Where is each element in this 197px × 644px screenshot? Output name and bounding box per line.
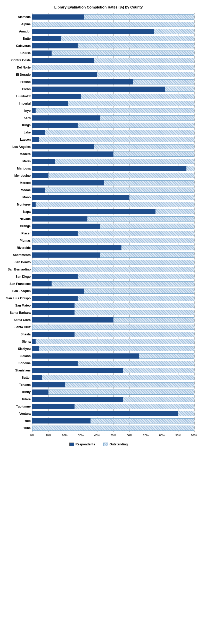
bar-track (32, 115, 194, 121)
bar-row (32, 410, 194, 417)
county-label: Sierra (22, 338, 32, 345)
county-label: Orange (20, 223, 32, 230)
bar-row (32, 13, 194, 21)
bar-row (32, 324, 194, 331)
bar-row (32, 259, 194, 266)
bar-respondents (32, 332, 75, 337)
bar-respondents (32, 50, 52, 56)
bar-respondents (32, 216, 87, 222)
bar-row (32, 425, 194, 432)
x-axis-label: 30% (78, 434, 84, 437)
bar-track (32, 130, 194, 135)
bar-respondents (32, 361, 78, 366)
bar-row (32, 71, 194, 78)
x-axis-label: 0% (30, 434, 34, 437)
chart-body: AlamedaAlpineAmadorButteCalaverasColusaC… (3, 13, 194, 432)
bar-respondents (32, 151, 113, 157)
bar-outstanding (32, 137, 194, 142)
bar-respondents (32, 188, 45, 193)
county-label: Trinity (21, 388, 32, 396)
bar-track (32, 389, 194, 395)
bar-respondents (32, 389, 48, 395)
county-label: Riverside (17, 244, 32, 251)
bar-row (32, 338, 194, 345)
bar-respondents (32, 303, 75, 308)
bar-track (32, 346, 194, 351)
bar-track (32, 426, 194, 431)
bar-row (32, 417, 194, 425)
bar-track (32, 188, 194, 193)
bar-row (32, 237, 194, 244)
bar-row (32, 251, 194, 259)
legend: Respondents Outstanding (3, 443, 194, 446)
x-axis-label: 40% (94, 434, 100, 437)
bar-track (32, 65, 194, 70)
bar-respondents (32, 368, 123, 373)
bar-outstanding (32, 426, 194, 431)
county-label: Kings (22, 122, 32, 129)
bar-row (32, 403, 194, 410)
bar-respondents (32, 14, 84, 20)
bar-respondents (32, 353, 139, 359)
bar-outstanding (32, 50, 194, 56)
bar-row (32, 230, 194, 237)
county-label: Imperial (19, 100, 32, 107)
bar-row (32, 266, 194, 273)
bar-respondents (32, 166, 186, 171)
bar-respondents (32, 43, 78, 48)
bar-row (32, 86, 194, 93)
bar-track (32, 72, 194, 77)
bar-row (32, 165, 194, 172)
county-label: Colusa (20, 49, 32, 57)
x-axis-label: 90% (175, 434, 181, 437)
bar-row (32, 187, 194, 194)
bar-row (32, 244, 194, 251)
bar-row (32, 295, 194, 302)
bar-track (32, 224, 194, 229)
bar-track (32, 289, 194, 294)
bar-track (32, 137, 194, 142)
bar-track (32, 418, 194, 423)
bar-respondents (32, 36, 61, 41)
county-label: Sacramento (13, 251, 32, 259)
county-label: San Joaquin (12, 287, 32, 295)
x-axis-label: 20% (62, 434, 68, 437)
bar-respondents (32, 346, 39, 351)
county-label: Lake (24, 129, 32, 136)
county-label: Tulare (22, 396, 32, 403)
county-label: Humboldt (16, 93, 32, 100)
bar-respondents (32, 281, 52, 286)
bar-row (32, 280, 194, 287)
county-label: Alameda (18, 13, 32, 21)
bar-respondents (32, 252, 100, 258)
bar-track (32, 281, 194, 286)
bar-track (32, 332, 194, 337)
bar-outstanding (32, 202, 194, 207)
bar-row (32, 208, 194, 215)
county-label: Placer (21, 230, 32, 237)
bar-track (32, 404, 194, 409)
bar-row (32, 287, 194, 295)
x-axis-label: 80% (159, 434, 165, 437)
bar-track (32, 209, 194, 214)
bar-row (32, 316, 194, 324)
bar-track (32, 123, 194, 128)
bar-respondents (32, 245, 121, 250)
bar-outstanding (32, 325, 194, 330)
county-label: Merced (20, 179, 32, 187)
bar-outstanding (32, 267, 194, 272)
bar-row (32, 367, 194, 374)
bar-respondents (32, 159, 55, 164)
bar-track (32, 238, 194, 243)
bar-track (32, 144, 194, 149)
county-label: Kern (24, 114, 32, 122)
county-label: Stanislaus (15, 367, 32, 374)
bar-track (32, 267, 194, 272)
outstanding-swatch (103, 443, 108, 446)
county-label: Tuolumne (16, 403, 32, 410)
x-axis-label: 10% (46, 434, 51, 437)
bar-respondents (32, 180, 104, 185)
chart-title: Library Evaluation Completion Rates (%) … (3, 5, 194, 9)
county-label: Butte (23, 35, 32, 42)
bar-row (32, 143, 194, 150)
